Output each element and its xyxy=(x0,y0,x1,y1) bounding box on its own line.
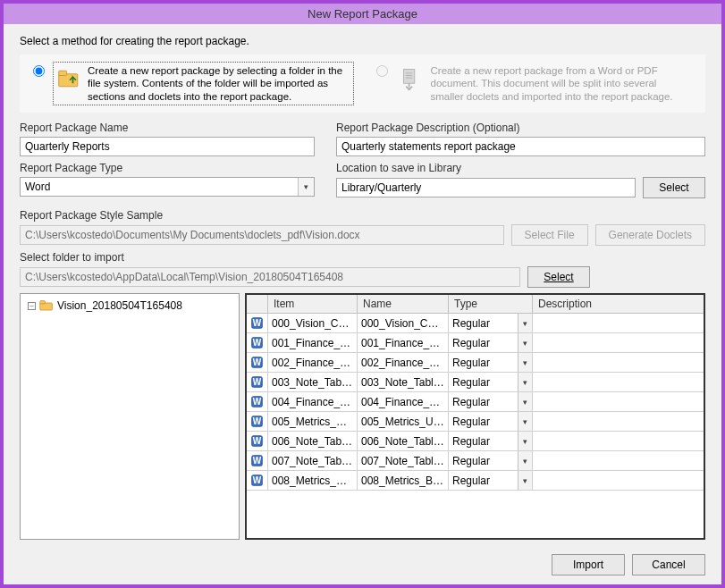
dialog-content: Select a method for creating the report … xyxy=(4,24,721,547)
cell-type[interactable]: Regular ▾ xyxy=(449,412,533,431)
chevron-down-icon[interactable]: ▾ xyxy=(518,412,532,431)
chevron-down-icon[interactable]: ▾ xyxy=(518,451,532,470)
tree-root-label: Vision_20180504T165408 xyxy=(57,299,182,312)
input-package-desc[interactable] xyxy=(336,137,705,156)
cell-name[interactable]: 001_Finance_Re... xyxy=(358,333,449,352)
svg-text:W: W xyxy=(253,337,262,347)
word-doc-icon: W xyxy=(247,333,268,352)
col-description[interactable]: Description xyxy=(533,295,704,313)
dialog-footer: Import Cancel xyxy=(4,547,721,584)
cell-item[interactable]: 002_Finance_Co... xyxy=(268,353,358,372)
import-button[interactable]: Import xyxy=(552,554,625,575)
svg-rect-2 xyxy=(403,70,414,84)
chevron-down-icon[interactable]: ▾ xyxy=(518,373,532,391)
method-radio-folder[interactable] xyxy=(33,65,45,77)
chevron-down-icon[interactable]: ▾ xyxy=(518,432,532,450)
word-doc-icon: W xyxy=(247,412,268,431)
cell-item[interactable]: 006_Note_Table... xyxy=(268,432,358,450)
method-option-folder[interactable]: Create a new report package by selecting… xyxy=(29,62,354,105)
chevron-down-icon[interactable]: ▾ xyxy=(518,333,532,352)
word-doc-icon: W xyxy=(247,373,268,391)
table-row[interactable]: W 004_Finance_Re... 004_Finance_Re... Re… xyxy=(247,392,704,412)
select-package-type[interactable]: Word ▾ xyxy=(20,177,315,197)
cell-type[interactable]: Regular ▾ xyxy=(449,451,533,470)
cell-description[interactable] xyxy=(533,471,704,490)
cell-description[interactable] xyxy=(533,392,704,411)
cell-item[interactable]: 003_Note_Table... xyxy=(268,373,358,391)
cell-type[interactable]: Regular ▾ xyxy=(449,333,533,352)
chevron-down-icon[interactable]: ▾ xyxy=(518,353,532,372)
input-style-path xyxy=(20,225,504,245)
grid-body[interactable]: W 000_Vision_Corp... 000_Vision_Corp... … xyxy=(247,314,704,538)
select-location-button[interactable]: Select xyxy=(643,177,705,198)
cell-type[interactable]: Regular ▾ xyxy=(449,471,533,490)
cell-item[interactable]: 001_Finance_Re... xyxy=(268,333,358,352)
table-row[interactable]: W 002_Finance_Co... 002_Finance_Co... Re… xyxy=(247,353,704,373)
col-item[interactable]: Item xyxy=(268,295,358,313)
table-row[interactable]: W 006_Note_Table... 006_Note_Table_1 Reg… xyxy=(247,432,704,451)
cell-type[interactable]: Regular ▾ xyxy=(449,353,533,372)
cell-description[interactable] xyxy=(533,373,704,391)
doclet-grid: Item Name Type Description W 000_Vision_… xyxy=(245,293,705,540)
cell-item[interactable]: 008_Metrics_Bac... xyxy=(268,471,358,490)
cell-item[interactable]: 000_Vision_Corp... xyxy=(268,314,358,332)
cell-name[interactable]: 004_Finance_Re... xyxy=(358,392,449,411)
label-package-desc: Report Package Description (Optional) xyxy=(336,122,705,134)
table-row[interactable]: W 007_Note_Table... 007_Note_Table_1 Reg… xyxy=(247,451,704,471)
chevron-down-icon[interactable]: ▾ xyxy=(518,471,532,490)
folder-icon xyxy=(39,299,54,312)
input-package-name[interactable] xyxy=(20,137,315,156)
table-row[interactable]: W 008_Metrics_Bac... 008_Metrics_Bac... … xyxy=(247,471,704,491)
cell-description[interactable] xyxy=(533,412,704,431)
method-panel: Create a new report package by selecting… xyxy=(20,55,705,113)
cell-description[interactable] xyxy=(533,353,704,372)
cell-type[interactable]: Regular ▾ xyxy=(449,373,533,391)
cell-description[interactable] xyxy=(533,451,704,470)
table-row[interactable]: W 003_Note_Table... 003_Note_Table_1 Reg… xyxy=(247,373,704,392)
col-type[interactable]: Type xyxy=(449,295,533,313)
svg-rect-1 xyxy=(59,71,67,75)
table-row[interactable]: W 000_Vision_Corp... 000_Vision_Corp... … xyxy=(247,314,704,333)
cell-name[interactable]: 000_Vision_Corp... xyxy=(358,314,449,332)
cell-name[interactable]: 007_Note_Table_1 xyxy=(358,451,449,470)
select-file-button: Select File xyxy=(511,224,588,246)
cell-name[interactable]: 002_Finance_Co... xyxy=(358,353,449,372)
svg-text:W: W xyxy=(253,357,262,366)
svg-text:W: W xyxy=(253,416,262,425)
cell-type[interactable]: Regular ▾ xyxy=(449,314,533,332)
table-row[interactable]: W 001_Finance_Re... 001_Finance_Re... Re… xyxy=(247,333,704,353)
word-doc-icon: W xyxy=(247,471,268,490)
cell-description[interactable] xyxy=(533,432,704,450)
table-row[interactable]: W 005_Metrics_Unit... 005_Metrics_Unit..… xyxy=(247,412,704,432)
cell-type[interactable]: Regular ▾ xyxy=(449,432,533,450)
cell-description[interactable] xyxy=(533,314,704,332)
cell-item[interactable]: 007_Note_Table... xyxy=(268,451,358,470)
cell-name[interactable]: 008_Metrics_Bac... xyxy=(358,471,449,490)
cell-description[interactable] xyxy=(533,333,704,352)
cell-name[interactable]: 005_Metrics_Unit... xyxy=(358,412,449,431)
cell-name[interactable]: 003_Note_Table_1 xyxy=(358,373,449,391)
tree-root-item[interactable]: – Vision_20180504T165408 xyxy=(28,299,232,312)
grid-header: Item Name Type Description xyxy=(247,295,704,314)
svg-text:W: W xyxy=(253,475,262,484)
tree-collapse-icon[interactable]: – xyxy=(28,302,36,310)
cancel-button[interactable]: Cancel xyxy=(632,554,705,575)
chevron-down-icon[interactable]: ▾ xyxy=(298,178,314,196)
label-location: Location to save in Library xyxy=(336,162,705,174)
folder-tree[interactable]: – Vision_20180504T165408 xyxy=(20,293,240,540)
cell-item[interactable]: 004_Finance_Re... xyxy=(268,392,358,411)
word-doc-icon: W xyxy=(247,392,268,411)
cell-item[interactable]: 005_Metrics_Unit... xyxy=(268,412,358,431)
word-doc-icon: W xyxy=(247,314,268,332)
input-location[interactable] xyxy=(336,178,636,197)
cell-name[interactable]: 006_Note_Table_1 xyxy=(358,432,449,450)
select-folder-button[interactable]: Select xyxy=(527,266,590,288)
chevron-down-icon[interactable]: ▾ xyxy=(518,392,532,411)
document-split-icon xyxy=(400,66,426,91)
chevron-down-icon[interactable]: ▾ xyxy=(518,314,532,332)
label-style-sample: Report Package Style Sample xyxy=(20,209,163,222)
col-name[interactable]: Name xyxy=(358,295,449,313)
svg-text:W: W xyxy=(253,435,262,445)
cell-type[interactable]: Regular ▾ xyxy=(449,392,533,411)
dialog-title: New Report Package xyxy=(4,4,721,24)
